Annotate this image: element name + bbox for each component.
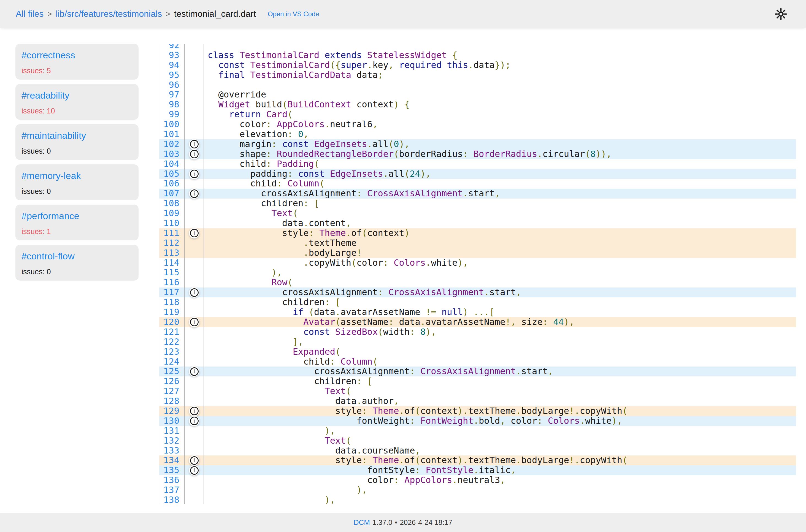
info-icon-letter: i: [193, 191, 195, 196]
code-line-117: 117i crossAxisAlignment: CrossAxisAlignm…: [159, 287, 796, 298]
line-number: 95: [159, 70, 185, 80]
tag-title: #control-flow: [21, 251, 132, 262]
line-number: 127: [159, 386, 185, 396]
code-line-127: 127 Text(: [159, 386, 796, 396]
code-line-138: 138 ),: [159, 495, 796, 504]
issue-gutter: [185, 100, 204, 110]
code-line-114: 114 .copyWith(color: Colors.white),: [159, 258, 796, 268]
code-line-104: 104 child: Padding(: [159, 159, 796, 169]
code-line-101: 101 elevation: 0,: [159, 129, 796, 139]
info-icon[interactable]: i: [189, 287, 200, 298]
code-line-95: 95 final TestimonialCardData data;: [159, 70, 796, 80]
code-line-103: 103i shape: RoundedRectangleBorder(borde…: [159, 149, 796, 159]
line-number: 94: [159, 60, 185, 70]
issue-gutter: [185, 119, 204, 129]
code-line-109: 109 Text(: [159, 208, 796, 218]
info-icon[interactable]: i: [189, 366, 200, 377]
issue-gutter: [185, 208, 204, 218]
code-text: style: Theme.of(context).textTheme.bodyL…: [204, 455, 796, 466]
code-line-94: 94 const TestimonialCard({super.key, req…: [159, 60, 796, 70]
code-line-116: 116 Row(: [159, 278, 796, 287]
info-icon-ring: i: [190, 456, 199, 465]
issue-gutter: i: [185, 466, 204, 475]
line-number: 137: [159, 485, 185, 495]
line-number: 98: [159, 100, 185, 110]
code-text: children: [: [204, 376, 796, 386]
tag-card-readability[interactable]: #readabilityissues: 10: [15, 84, 138, 120]
tag-card-maintainability[interactable]: #maintainabilityissues: 0: [15, 124, 138, 160]
issue-gutter: [185, 475, 204, 485]
tag-issue-count: issues: 0: [21, 187, 132, 196]
code-line-124: 124 child: Column(: [159, 357, 796, 367]
code-line-130: 130i fontWeight: FontWeight.bold, color:…: [159, 416, 796, 426]
line-number: 123: [159, 347, 185, 357]
line-number: 136: [159, 475, 185, 485]
issue-gutter: [185, 80, 204, 90]
code-text: .bodyLarge!: [204, 248, 796, 258]
chevron-right-icon: >: [48, 10, 52, 18]
code-text: crossAxisAlignment: CrossAxisAlignment.s…: [204, 189, 796, 198]
line-number: 129: [159, 406, 185, 416]
code-text: final TestimonialCardData data;: [204, 70, 796, 80]
info-icon[interactable]: i: [189, 149, 200, 159]
code-line-126: 126 children: [: [159, 376, 796, 386]
dcm-link[interactable]: DCM: [354, 518, 370, 527]
line-number: 120: [159, 317, 185, 327]
code-line-111: 111i style: Theme.of(context): [159, 228, 796, 238]
issue-gutter: i: [185, 169, 204, 179]
code-text: child: Column(: [204, 357, 796, 367]
issue-gutter: [185, 495, 204, 504]
info-icon[interactable]: i: [189, 465, 200, 476]
tag-card-performance[interactable]: #performanceissues: 1: [15, 205, 138, 241]
code-text: fontWeight: FontWeight.bold, color: Colo…: [204, 416, 796, 426]
code-text: Text(: [204, 436, 796, 446]
info-icon-letter: i: [193, 319, 195, 325]
tag-title: #correctness: [21, 50, 132, 61]
info-icon[interactable]: i: [189, 188, 200, 199]
issue-gutter: [185, 44, 204, 51]
line-number: 97: [159, 90, 185, 100]
info-icon[interactable]: i: [189, 228, 200, 239]
code-line-98: 98 Widget build(BuildContext context) {: [159, 100, 796, 110]
issue-gutter: [185, 298, 204, 307]
theme-toggle-button[interactable]: [774, 8, 787, 20]
info-icon-letter: i: [193, 418, 195, 424]
tag-issue-count: issues: 0: [21, 147, 132, 156]
info-icon[interactable]: i: [189, 317, 200, 327]
code-text: data.content,: [204, 218, 796, 228]
line-number: 133: [159, 446, 185, 456]
code-line-136: 136 color: AppColors.neutral3,: [159, 475, 796, 485]
breadcrumb-directory[interactable]: lib/src/features/testimonials: [56, 9, 162, 19]
code-text: padding: const EdgeInsets.all(24),: [204, 169, 796, 179]
issue-gutter: [185, 70, 204, 80]
info-icon[interactable]: i: [189, 416, 200, 426]
issue-gutter: [185, 129, 204, 139]
line-number: 93: [159, 51, 185, 60]
breadcrumb-all-files[interactable]: All files: [16, 9, 43, 19]
tag-card-correctness[interactable]: #correctnessissues: 5: [15, 44, 138, 80]
code-text: crossAxisAlignment: CrossAxisAlignment.s…: [204, 366, 796, 376]
code-line-131: 131 ),: [159, 426, 796, 436]
tag-card-control-flow[interactable]: #control-flowissues: 0: [15, 245, 138, 281]
code-text: margin: const EdgeInsets.all(0),: [204, 139, 796, 149]
info-icon-ring: i: [190, 150, 199, 158]
issue-gutter: [185, 337, 204, 347]
line-number: 126: [159, 376, 185, 386]
info-icon[interactable]: i: [189, 139, 200, 150]
line-number: 107: [159, 189, 185, 198]
info-icon[interactable]: i: [189, 406, 200, 416]
code-text: class TestimonialCard extends StatelessW…: [204, 51, 796, 60]
open-in-vscode-link[interactable]: Open in VS Code: [268, 10, 319, 18]
code-line-112: 112 .textTheme: [159, 238, 796, 248]
code-line-120: 120i Avatar(assetName: data.avatarAssetN…: [159, 317, 796, 327]
tag-issue-count: issues: 10: [21, 106, 132, 116]
issue-gutter: [185, 159, 204, 169]
tag-card-memory-leak[interactable]: #memory-leakissues: 0: [15, 165, 138, 200]
line-number: 113: [159, 248, 185, 258]
info-icon[interactable]: i: [189, 455, 200, 466]
report-timestamp: 2026-4-24 18:17: [400, 518, 452, 527]
info-icon[interactable]: i: [189, 169, 200, 179]
issue-gutter: i: [185, 139, 204, 149]
tag-title: #performance: [21, 210, 132, 222]
code-line-93: 93class TestimonialCard extends Stateles…: [159, 51, 796, 60]
